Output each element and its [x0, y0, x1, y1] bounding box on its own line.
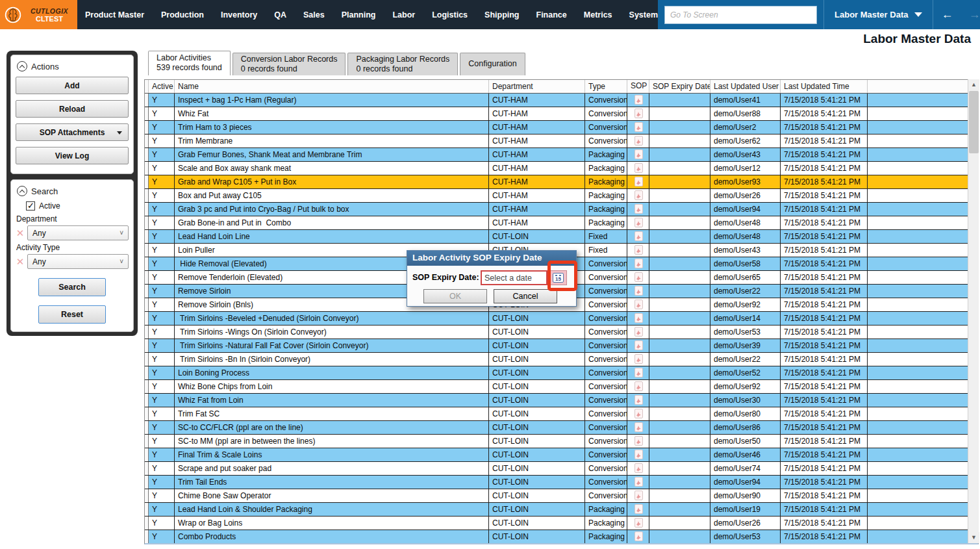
table-row[interactable]: YWhiz Fat from LoinCUT-LOINConversiondem… — [145, 394, 978, 407]
menu-product-master[interactable]: Product Master — [85, 10, 144, 19]
sop-expiry-date-input[interactable] — [481, 270, 547, 285]
table-row[interactable]: YFinal Trim & Scale LoinsCUT-LOINConvers… — [145, 448, 978, 462]
pdf-icon[interactable] — [634, 204, 643, 214]
menu-shipping[interactable]: Shipping — [484, 10, 519, 19]
calendar-picker-button[interactable]: 15 — [549, 270, 567, 285]
pdf-icon[interactable] — [634, 354, 643, 364]
view-log-button[interactable]: View Log — [16, 147, 129, 164]
pdf-icon[interactable] — [634, 245, 643, 255]
table-row[interactable]: YWrap or Bag LoinsCUT-LOINPackagingdemo/… — [145, 517, 978, 530]
pdf-icon[interactable] — [634, 477, 643, 487]
pdf-icon[interactable] — [634, 190, 643, 200]
pdf-icon[interactable] — [634, 395, 643, 405]
pdf-icon[interactable] — [634, 450, 643, 459]
pdf-icon[interactable] — [634, 109, 643, 118]
pdf-icon[interactable] — [634, 531, 643, 541]
pdf-icon[interactable] — [634, 286, 643, 296]
table-row[interactable]: YLoin Boning ProcessCUT-LOINConversionde… — [145, 366, 978, 380]
table-row[interactable]: Y Trim Sirloins -Wings On (Sirloin Conve… — [145, 326, 978, 339]
clear-filter-icon[interactable]: ✕ — [16, 256, 25, 268]
menu-labor[interactable]: Labor — [392, 10, 415, 19]
activity-type-select[interactable]: Any ˅ — [27, 254, 129, 269]
table-row[interactable]: YSC-to MM (ppl are in between the lines)… — [145, 435, 978, 448]
table-row[interactable]: YGrab Femur Bones, Shank Meat and Membra… — [145, 148, 978, 162]
go-to-screen-input[interactable] — [664, 6, 817, 24]
pdf-icon[interactable] — [634, 436, 643, 446]
scroll-up-icon[interactable]: ▲ — [968, 79, 979, 90]
menu-inventory[interactable]: Inventory — [221, 10, 257, 19]
forward-icon[interactable]: → — [961, 8, 980, 21]
screen-selector-dropdown[interactable]: Labor Master Data — [824, 0, 933, 29]
table-row[interactable]: Y Trim Sirloins -Natural Fall Fat Cover … — [145, 339, 978, 353]
table-row[interactable]: YGrab 3 pc and Put into Cryo-Bag / Put b… — [145, 203, 978, 216]
pdf-icon[interactable] — [634, 327, 643, 337]
table-row[interactable]: YTrim MembraneCUT-HAMConversiondemo/User… — [145, 134, 978, 148]
active-checkbox[interactable] — [26, 201, 35, 211]
menu-planning[interactable]: Planning — [342, 10, 376, 19]
table-row[interactable]: YBox and Put away C105CUT-HAMPackagingde… — [145, 189, 978, 203]
table-row-selected[interactable]: YGrab and Wrap C105 + Put in BoxCUT-HAMP… — [145, 175, 978, 189]
pdf-icon[interactable] — [634, 163, 643, 173]
menu-qa[interactable]: QA — [274, 10, 286, 19]
vertical-scrollbar[interactable]: ▲ ▼ — [968, 79, 979, 543]
column-header-type[interactable]: Type — [585, 80, 627, 93]
tab-conversion-labor-records[interactable]: Conversion Labor Records 0 records found — [232, 53, 346, 75]
table-row[interactable]: YTrim Ham to 3 piecesCUT-HAMConversionde… — [145, 121, 978, 134]
tab-packaging-labor-records[interactable]: Packaging Labor Records 0 records found — [347, 53, 458, 75]
menu-sales[interactable]: Sales — [303, 10, 325, 19]
pdf-icon[interactable] — [634, 504, 643, 514]
pdf-icon[interactable] — [634, 368, 643, 377]
tab-labor-activities[interactable]: Labor Activities 539 records found — [148, 51, 231, 75]
pdf-icon[interactable] — [634, 136, 643, 146]
column-header-name[interactable]: Name — [175, 80, 489, 93]
add-button[interactable]: Add — [16, 77, 129, 94]
table-row[interactable]: YLead Hand Loin & Shoulder PackagingCUT-… — [145, 503, 978, 517]
pdf-icon[interactable] — [634, 231, 643, 241]
cancel-button[interactable]: Cancel — [494, 289, 557, 303]
pdf-icon[interactable] — [634, 340, 643, 350]
table-row[interactable]: YWhiz FatCUT-HAMConversiondemo/User887/1… — [145, 107, 978, 121]
table-row[interactable]: YSC-to CC/FLCR (ppl are on the line)CUT-… — [145, 421, 978, 435]
menu-finance[interactable]: Finance — [536, 10, 567, 19]
scroll-down-icon[interactable]: ▼ — [968, 532, 979, 543]
column-header-last-updated-time[interactable]: Last Updated Time — [781, 80, 868, 93]
reload-button[interactable]: Reload — [16, 100, 129, 118]
pdf-icon[interactable] — [634, 149, 643, 159]
pdf-icon[interactable] — [634, 313, 643, 323]
pdf-icon[interactable] — [634, 422, 643, 432]
pdf-icon[interactable] — [634, 272, 643, 282]
column-header-active[interactable]: Active — [149, 80, 175, 93]
department-select[interactable]: Any ˅ — [27, 225, 129, 240]
table-row[interactable]: Y Trim Sirloins -Beveled +Denuded (Sirlo… — [145, 312, 978, 326]
column-header-sop-expiry-date[interactable]: SOP Expiry Date — [649, 80, 710, 93]
pdf-icon[interactable] — [634, 300, 643, 309]
menu-system[interactable]: System — [629, 10, 658, 19]
table-row[interactable]: YInspect + bag 1-Pc Ham (Regular)CUT-HAM… — [145, 94, 978, 107]
column-header-sop[interactable]: SOP — [627, 80, 649, 93]
table-row[interactable]: YGrab Bone-in and Put in ComboCUT-HAMPac… — [145, 216, 978, 230]
table-row[interactable]: YTrim Tail EndsCUT-LOINConversiondemo/Us… — [145, 476, 978, 489]
pdf-icon[interactable] — [634, 409, 643, 418]
table-row[interactable]: Y Trim Sirloins -Bn In (Sirloin Conveyor… — [145, 353, 978, 366]
sop-attachments-dropdown-button[interactable]: SOP Attachments — [16, 123, 129, 141]
reset-button[interactable]: Reset — [38, 305, 106, 324]
pdf-icon[interactable] — [634, 122, 643, 132]
table-row[interactable]: YWhiz Bone Chips from LoinCUT-LOINConver… — [145, 380, 978, 394]
pdf-icon[interactable] — [634, 491, 643, 500]
scrollbar-thumb[interactable] — [969, 91, 979, 153]
table-row[interactable]: YCombo ProductsCUT-LOINPackagingdemo/Use… — [145, 530, 978, 544]
table-row[interactable]: YScale and Box away shank meatCUT-HAMPac… — [145, 162, 978, 175]
table-row[interactable]: YChime Bone Saw OperatorCUT-LOINConversi… — [145, 489, 978, 503]
menu-production[interactable]: Production — [161, 10, 204, 19]
pdf-icon[interactable] — [634, 259, 643, 268]
pdf-icon[interactable] — [634, 518, 643, 528]
pdf-icon[interactable] — [634, 177, 643, 186]
pdf-icon[interactable] — [634, 95, 643, 105]
clear-filter-icon[interactable]: ✕ — [16, 227, 25, 239]
pdf-icon[interactable] — [634, 381, 643, 391]
column-header-last-updated-user[interactable]: Last Updated User — [710, 80, 781, 93]
collapse-panel-icon[interactable] — [17, 61, 27, 71]
ok-button[interactable]: OK — [423, 289, 487, 303]
back-icon[interactable]: ← — [933, 8, 961, 21]
table-row[interactable]: YScrape and put soaker padCUT-LOINConver… — [145, 462, 978, 476]
